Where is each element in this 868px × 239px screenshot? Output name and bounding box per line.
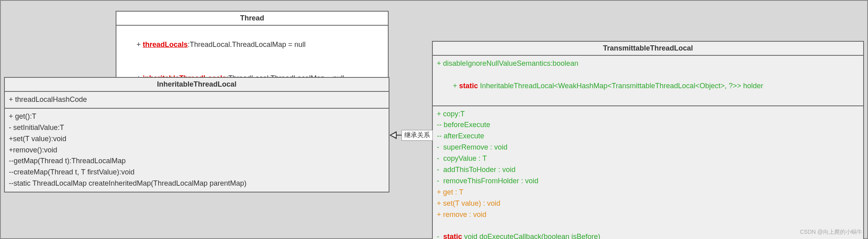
class-inheritable-thread-local: InheritableThreadLocal + threadLocalHash… [4, 77, 389, 192]
class-title-ttl: TransmittableThreadLocal [433, 42, 863, 56]
ttl-attr-1: + static InheritableThreadLocal<WeakHash… [437, 69, 859, 103]
ttl-op-8: + set(T value) : void [437, 198, 859, 209]
ttl-op-6: - removeThisFromHolder : void [437, 176, 859, 187]
inheritable-op-3: +remove():void [9, 145, 385, 156]
diagram-frame: Thread + threadLocals:ThreadLocal.Thread… [0, 0, 868, 239]
attr-name-redbold: threadLocals [143, 41, 188, 49]
inheritable-op-0: + get():T [9, 111, 385, 122]
ttl-op-10 [437, 220, 859, 231]
ttl-attr-rest: InheritableThreadLocal<WeakHashMap<Trans… [478, 82, 763, 90]
inheritable-op-2: +set(T value):void [9, 134, 385, 145]
ttl-op-7: + get : T [437, 187, 859, 198]
inheritance-label: 继承关系 [401, 130, 433, 141]
watermark-text: CSDN @向上爬的小蜗牛 [800, 229, 862, 236]
ttl-op-2: -- afterExecute [437, 131, 859, 142]
class-transmittable-thread-local: TransmittableThreadLocal + disableIgnore… [432, 41, 864, 239]
inheritance-arrow-head-icon [389, 131, 397, 139]
inheritable-op-1: - setInitialValue:T [9, 122, 385, 134]
ttl-ops: + copy:T-- beforeExecute-- afterExecute-… [433, 106, 863, 239]
ttl-attr-static: static [459, 82, 478, 90]
ttl-op-1: -- beforeExecute [437, 120, 859, 131]
inheritable-attr-0: + threadLocalHashCode [9, 94, 385, 105]
ttl-op-0: + copy:T [437, 109, 859, 120]
attr-rest: :ThreadLocal.ThreadLocalMap = null [188, 41, 306, 49]
inheritable-attrs: + threadLocalHashCode [5, 92, 389, 109]
inheritable-ops: + get():T - setInitialValue:T +set(T val… [5, 109, 389, 192]
class-title-inheritable: InheritableThreadLocal [5, 78, 389, 92]
ttl-attrs: + disableIgnoreNullValueSemantics:boolea… [433, 56, 863, 106]
inheritable-op-4: --getMap(Thread t):ThreadLocalMap [9, 156, 385, 167]
ttl-op-5: - addThisToHoder : void [437, 164, 859, 176]
inheritable-op-5: --createMap(Thread t, T firstValue):void [9, 167, 385, 178]
ttl-op-9: + remove : void [437, 209, 859, 221]
class-title-thread: Thread [116, 12, 388, 26]
ttl-attr-0: + disableIgnoreNullValueSemantics:boolea… [437, 58, 859, 69]
ttl-op-11: - static void doExecuteCallback(boolean … [437, 231, 859, 239]
ttl-op-3: - superRemove : void [437, 142, 859, 153]
ttl-op-4: - copyValue : T [437, 153, 859, 164]
ttl-attr-prefix: + [453, 82, 459, 90]
thread-attr-0: + threadLocals:ThreadLocal.ThreadLocalMa… [120, 28, 384, 62]
inheritable-op-6: --static ThreadLocalMap createInheritedM… [9, 178, 385, 189]
attr-prefix: + [137, 41, 143, 49]
